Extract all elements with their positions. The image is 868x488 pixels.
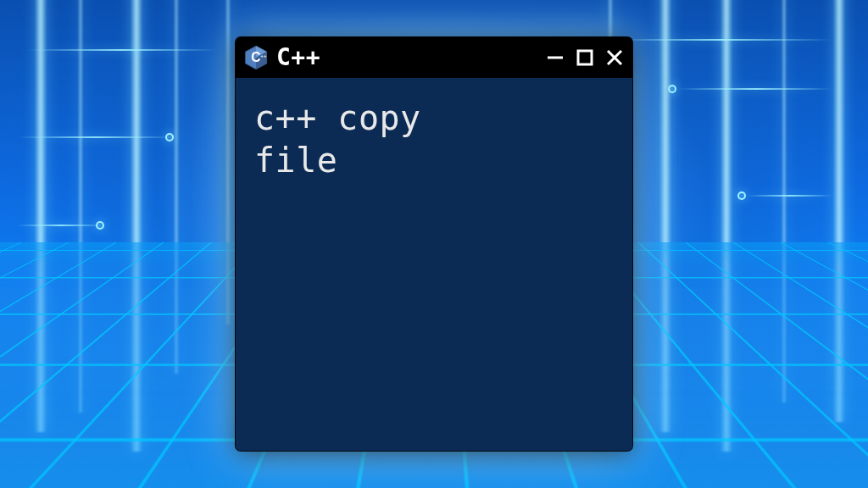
svg-text:+: + [261,53,264,58]
svg-rect-7 [578,51,592,64]
maximize-button[interactable] [576,48,593,67]
terminal-window: C + + C++ [236,37,632,451]
cpp-logo-icon: C + + [242,44,270,71]
window-controls [546,48,624,67]
svg-text:+: + [264,53,266,58]
window-title: C++ [276,46,539,69]
minimize-button[interactable] [546,48,565,67]
svg-text:C: C [251,50,260,64]
titlebar[interactable]: C + + C++ [236,37,632,78]
terminal-content[interactable]: c++ copy file [236,78,632,451]
close-button[interactable] [605,48,624,67]
